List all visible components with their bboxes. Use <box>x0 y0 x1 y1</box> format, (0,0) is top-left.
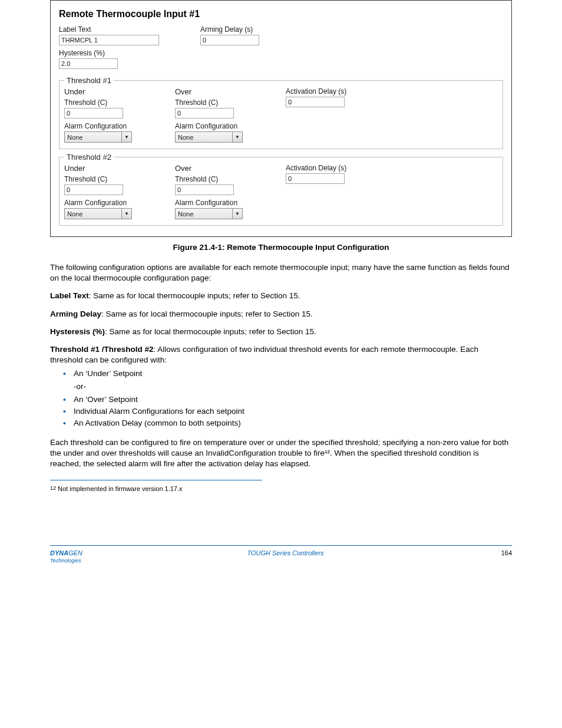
threshold2-legend: Threshold #2 <box>64 153 114 162</box>
threshold1-over-alarm-select[interactable]: None ▼ <box>175 131 243 143</box>
chevron-down-icon: ▼ <box>232 209 242 219</box>
field-label-text: Label Text <box>50 291 89 300</box>
threshold1-under-alarm-label: Alarm Configuration <box>64 122 164 130</box>
intro-paragraph: The following configuration options are … <box>50 262 512 284</box>
list-item: An Activation Delay (common to both setp… <box>63 418 512 429</box>
panel-title: Remote Thermocouple Input #1 <box>59 9 503 19</box>
threshold1-over-alarm-label: Alarm Configuration <box>175 122 275 130</box>
threshold2-under-alarm-value: None <box>65 210 121 218</box>
page-footer: DYNAGEN Technologies TOUGH Series Contro… <box>50 545 512 564</box>
hysteresis-label: Hysteresis (%) <box>59 49 159 57</box>
label-text-input[interactable] <box>59 35 159 45</box>
footer-center: TOUGH Series Controllers <box>82 549 488 564</box>
threshold1-under-alarm-value: None <box>65 134 121 141</box>
threshold2-under-alarm-select[interactable]: None ▼ <box>64 208 132 219</box>
hysteresis-input[interactable] <box>59 58 118 69</box>
threshold1-over-alarm-value: None <box>176 134 232 141</box>
threshold1-over-threshold-input[interactable] <box>175 108 234 118</box>
threshold1-activation-label: Activation Delay (s) <box>286 87 386 95</box>
field-hysteresis: Hysteresis (%) <box>50 327 105 336</box>
threshold2-under-title: Under <box>64 164 164 173</box>
footnote: 12 Not implemented in firmware version 1… <box>50 485 512 492</box>
post-para: Each threshold can be configured to fire… <box>50 437 512 470</box>
threshold2-group: Threshold #2 Under Threshold (C) Alarm C… <box>59 153 503 226</box>
field-label-text-desc: : Same as for local thermocouple inputs;… <box>89 291 300 300</box>
threshold2-over-title: Over <box>175 164 275 173</box>
or-line: -or- <box>74 381 512 392</box>
threshold1-under-threshold-label: Threshold (C) <box>64 98 164 107</box>
threshold1-over-title: Over <box>175 87 275 96</box>
field-arming-delay-desc: : Same as for local thermocouple inputs;… <box>101 309 313 318</box>
label-text-label: Label Text <box>59 25 159 34</box>
field-arming-delay: Arming Delay <box>50 309 101 318</box>
footnote-number: 12 <box>50 485 56 492</box>
bullet-list-bottom: An ‘Over’ Setpoint Individual Alarm Conf… <box>63 394 512 429</box>
threshold2-over-alarm-value: None <box>176 210 232 218</box>
list-item: Individual Alarm Configurations for each… <box>63 406 512 417</box>
list-item: An ‘Over’ Setpoint <box>63 394 512 405</box>
arming-delay-label: Arming Delay (s) <box>200 25 300 34</box>
threshold1-under-threshold-input[interactable] <box>64 108 123 118</box>
threshold2-under-threshold-label: Threshold (C) <box>64 175 164 183</box>
bullet-list-top: An ‘Under’ Setpoint <box>63 368 512 379</box>
threshold1-activation-input[interactable] <box>286 97 345 107</box>
document-body: The following configuration options are … <box>50 262 512 469</box>
threshold2-activation-label: Activation Delay (s) <box>286 164 386 172</box>
footnote-text: Not implemented in firmware version 1.17… <box>58 485 512 492</box>
threshold2-under-threshold-input[interactable] <box>64 185 123 195</box>
threshold2-over-alarm-label: Alarm Configuration <box>175 199 275 207</box>
footnote-rule <box>50 480 262 480</box>
list-item: An ‘Under’ Setpoint <box>63 368 512 379</box>
footer-left: DYNAGEN Technologies <box>50 549 82 564</box>
chevron-down-icon: ▼ <box>121 209 131 219</box>
threshold-head: Threshold #1 /Threshold #2 <box>50 345 154 354</box>
threshold1-under-alarm-select[interactable]: None ▼ <box>64 131 132 143</box>
threshold2-over-alarm-select[interactable]: None ▼ <box>175 208 243 219</box>
threshold1-over-threshold-label: Threshold (C) <box>175 98 275 107</box>
threshold1-group: Threshold #1 Under Threshold (C) Alarm C… <box>59 76 503 149</box>
threshold1-under-title: Under <box>64 87 164 96</box>
threshold2-over-threshold-label: Threshold (C) <box>175 175 275 183</box>
chevron-down-icon: ▼ <box>121 132 131 142</box>
chevron-down-icon: ▼ <box>232 132 242 142</box>
figure-caption: Figure 21.4-1: Remote Thermocouple Input… <box>173 243 389 252</box>
threshold2-activation-input[interactable] <box>286 173 345 184</box>
threshold1-legend: Threshold #1 <box>64 76 114 85</box>
threshold2-under-alarm-label: Alarm Configuration <box>64 199 164 207</box>
footer-page-number: 164 <box>488 549 512 564</box>
config-panel: Remote Thermocouple Input #1 Label Text … <box>50 0 512 237</box>
arming-delay-input[interactable] <box>200 35 259 45</box>
threshold2-over-threshold-input[interactable] <box>175 185 234 195</box>
field-hysteresis-desc: : Same as for local thermocouple inputs;… <box>105 327 316 336</box>
